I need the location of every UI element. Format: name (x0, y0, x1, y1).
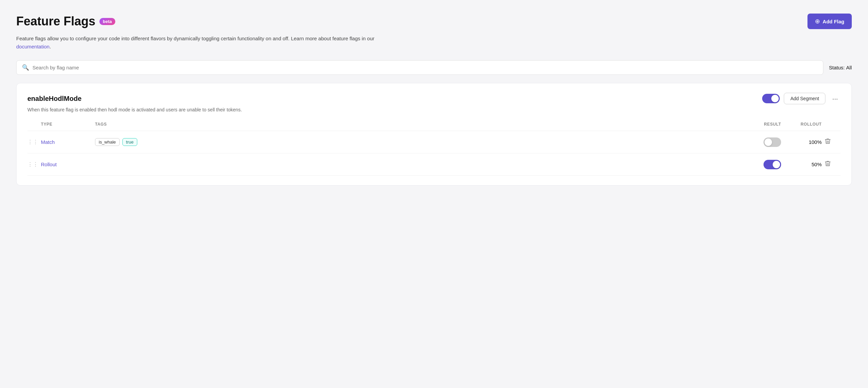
trash-icon (824, 160, 831, 167)
segments-table: TYPE TAGS RESULT ROLLOUT ⋮⋮Matchis_whale… (27, 122, 841, 176)
page-title: Feature Flags (16, 14, 95, 28)
segment-toggle-slider (764, 160, 781, 169)
rollout-value: 100% (781, 131, 822, 153)
search-input[interactable] (32, 65, 818, 70)
delete-segment-button[interactable] (822, 136, 834, 148)
flag-description: When this feature flag is enabled then h… (27, 107, 841, 112)
table-row: ⋮⋮Matchis_whaletrue 100% (27, 131, 841, 153)
segment-toggle-slider (764, 137, 781, 147)
flag-toggle[interactable] (762, 94, 780, 103)
col-drag-header (27, 122, 41, 131)
search-input-wrapper: 🔍 (16, 60, 823, 75)
col-action-header (822, 122, 841, 131)
col-result-header: RESULT (741, 122, 781, 131)
table-row: ⋮⋮Rollout 50% (27, 153, 841, 176)
rollout-value: 50% (781, 153, 822, 176)
segment-result-toggle[interactable] (764, 137, 781, 147)
flag-name: enableHodlMode (27, 95, 81, 103)
tag: true (122, 138, 137, 146)
col-rollout-header: ROLLOUT (781, 122, 822, 131)
page-description: Feature flags allow you to configure you… (16, 35, 388, 51)
ellipsis-icon: ··· (832, 95, 838, 102)
delete-segment-button[interactable] (822, 159, 834, 170)
add-flag-button[interactable]: ⊕ Add Flag (807, 14, 852, 29)
drag-handle[interactable]: ⋮⋮ (27, 161, 41, 167)
segment-type-link[interactable]: Rollout (41, 161, 57, 167)
title-row: Feature Flags beta (16, 14, 115, 28)
tag: is_whale (95, 138, 120, 146)
search-icon: 🔍 (22, 64, 29, 71)
documentation-link[interactable]: documentation (16, 44, 49, 49)
col-tags-header: TAGS (95, 122, 741, 131)
flag-actions: Add Segment ··· (762, 93, 841, 104)
status-filter: Status: All (829, 65, 852, 70)
add-flag-label: Add Flag (823, 19, 844, 24)
tags-cell: is_whaletrue (95, 138, 741, 146)
segment-result-toggle[interactable] (764, 160, 781, 169)
table-header-row: TYPE TAGS RESULT ROLLOUT (27, 122, 841, 131)
drag-handle[interactable]: ⋮⋮ (27, 139, 41, 145)
add-segment-button[interactable]: Add Segment (784, 93, 825, 104)
col-type-header: TYPE (41, 122, 95, 131)
plus-circle-icon: ⊕ (815, 18, 820, 25)
page-header: Feature Flags beta ⊕ Add Flag (16, 14, 852, 29)
toggle-slider (762, 94, 780, 103)
flag-card-header: enableHodlMode Add Segment ··· (27, 93, 841, 104)
segment-type-link[interactable]: Match (41, 139, 55, 145)
beta-badge: beta (99, 18, 115, 25)
search-bar: 🔍 Status: All (16, 60, 852, 75)
trash-icon (824, 138, 831, 145)
flag-card: enableHodlMode Add Segment ··· When this… (16, 83, 852, 186)
more-options-button[interactable]: ··· (829, 93, 841, 104)
